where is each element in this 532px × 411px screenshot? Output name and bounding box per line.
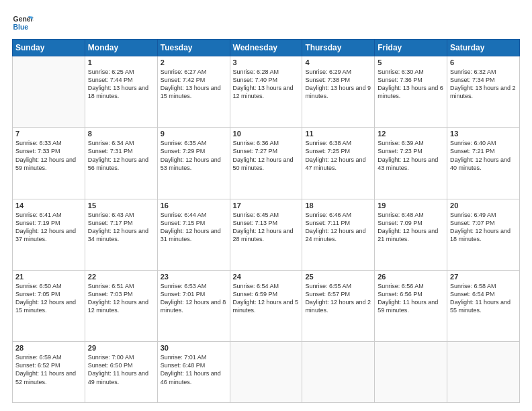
day-number: 24: [233, 273, 300, 281]
calendar-cell: 29Sunrise: 7:00 AMSunset: 6:50 PMDayligh…: [85, 342, 157, 403]
weekday-header-monday: Monday: [85, 40, 157, 56]
calendar-cell: [302, 342, 375, 403]
calendar-cell: [230, 342, 302, 403]
header: General Blue: [12, 12, 520, 34]
logo: General Blue: [12, 12, 34, 34]
day-info: Sunrise: 7:01 AMSunset: 6:48 PMDaylight:…: [161, 353, 227, 386]
day-number: 27: [450, 273, 517, 281]
day-number: 23: [161, 273, 227, 281]
calendar-cell: 3Sunrise: 6:28 AMSunset: 7:40 PMDaylight…: [230, 56, 302, 128]
calendar-cell: [375, 342, 447, 403]
day-info: Sunrise: 6:49 AMSunset: 7:07 PMDaylight:…: [450, 211, 517, 244]
day-number: 9: [161, 130, 227, 138]
calendar-cell: 8Sunrise: 6:34 AMSunset: 7:31 PMDaylight…: [85, 128, 157, 199]
day-info: Sunrise: 6:39 AMSunset: 7:23 PMDaylight:…: [378, 139, 444, 172]
calendar-cell: 12Sunrise: 6:39 AMSunset: 7:23 PMDayligh…: [375, 128, 447, 199]
day-info: Sunrise: 7:00 AMSunset: 6:50 PMDaylight:…: [88, 353, 154, 386]
day-info: Sunrise: 6:34 AMSunset: 7:31 PMDaylight:…: [88, 139, 154, 172]
calendar-cell: 27Sunrise: 6:58 AMSunset: 6:54 PMDayligh…: [447, 270, 520, 341]
calendar-week-1: 1Sunrise: 6:25 AMSunset: 7:44 PMDaylight…: [13, 56, 520, 128]
day-number: 22: [88, 273, 154, 281]
day-info: Sunrise: 6:50 AMSunset: 7:05 PMDaylight:…: [15, 282, 82, 315]
calendar-cell: 19Sunrise: 6:48 AMSunset: 7:09 PMDayligh…: [375, 199, 447, 270]
day-info: Sunrise: 6:30 AMSunset: 7:36 PMDaylight:…: [378, 68, 444, 101]
weekday-header-sunday: Sunday: [13, 40, 85, 56]
calendar-cell: 21Sunrise: 6:50 AMSunset: 7:05 PMDayligh…: [13, 270, 85, 341]
calendar-cell: 14Sunrise: 6:41 AMSunset: 7:19 PMDayligh…: [13, 199, 85, 270]
calendar-week-5: 28Sunrise: 6:59 AMSunset: 6:52 PMDayligh…: [13, 342, 520, 403]
day-number: 14: [15, 201, 82, 210]
calendar-cell: 11Sunrise: 6:38 AMSunset: 7:25 PMDayligh…: [302, 128, 375, 199]
page: General Blue SundayMondayTuesdayWednesda…: [0, 0, 532, 411]
calendar-cell: 7Sunrise: 6:33 AMSunset: 7:33 PMDaylight…: [13, 128, 85, 199]
day-number: 17: [233, 201, 300, 210]
day-info: Sunrise: 6:33 AMSunset: 7:33 PMDaylight:…: [15, 139, 82, 172]
day-number: 4: [305, 58, 371, 66]
calendar-cell: 10Sunrise: 6:36 AMSunset: 7:27 PMDayligh…: [230, 128, 302, 199]
day-info: Sunrise: 6:27 AMSunset: 7:42 PMDaylight:…: [161, 68, 227, 101]
day-number: 13: [450, 130, 517, 138]
day-number: 26: [378, 273, 444, 281]
day-number: 20: [450, 201, 517, 210]
calendar-cell: [13, 56, 85, 128]
calendar-cell: 5Sunrise: 6:30 AMSunset: 7:36 PMDaylight…: [375, 56, 447, 128]
day-number: 15: [88, 201, 154, 210]
svg-text:Blue: Blue: [13, 24, 29, 31]
calendar-cell: 28Sunrise: 6:59 AMSunset: 6:52 PMDayligh…: [13, 342, 85, 403]
weekday-header-wednesday: Wednesday: [230, 40, 302, 56]
calendar-cell: 30Sunrise: 7:01 AMSunset: 6:48 PMDayligh…: [157, 342, 230, 403]
day-info: Sunrise: 6:38 AMSunset: 7:25 PMDaylight:…: [305, 139, 371, 172]
calendar-table: SundayMondayTuesdayWednesdayThursdayFrid…: [12, 39, 520, 403]
day-info: Sunrise: 6:44 AMSunset: 7:15 PMDaylight:…: [161, 211, 227, 244]
weekday-header-row: SundayMondayTuesdayWednesdayThursdayFrid…: [13, 40, 520, 56]
calendar-cell: 2Sunrise: 6:27 AMSunset: 7:42 PMDaylight…: [157, 56, 230, 128]
calendar-cell: 23Sunrise: 6:53 AMSunset: 7:01 PMDayligh…: [157, 270, 230, 341]
weekday-header-thursday: Thursday: [302, 40, 375, 56]
day-number: 5: [378, 58, 444, 66]
day-number: 3: [233, 58, 300, 66]
day-info: Sunrise: 6:59 AMSunset: 6:52 PMDaylight:…: [15, 353, 82, 386]
day-info: Sunrise: 6:48 AMSunset: 7:09 PMDaylight:…: [378, 211, 444, 244]
day-info: Sunrise: 6:53 AMSunset: 7:01 PMDaylight:…: [161, 282, 227, 315]
day-info: Sunrise: 6:55 AMSunset: 6:57 PMDaylight:…: [305, 282, 371, 315]
day-number: 28: [15, 344, 82, 352]
day-number: 16: [161, 201, 227, 210]
calendar-cell: 13Sunrise: 6:40 AMSunset: 7:21 PMDayligh…: [447, 128, 520, 199]
day-number: 1: [88, 58, 154, 66]
calendar-week-4: 21Sunrise: 6:50 AMSunset: 7:05 PMDayligh…: [13, 270, 520, 341]
day-info: Sunrise: 6:54 AMSunset: 6:59 PMDaylight:…: [233, 282, 300, 315]
weekday-header-tuesday: Tuesday: [157, 40, 230, 56]
calendar-cell: 15Sunrise: 6:43 AMSunset: 7:17 PMDayligh…: [85, 199, 157, 270]
day-number: 11: [305, 130, 371, 138]
calendar-cell: 22Sunrise: 6:51 AMSunset: 7:03 PMDayligh…: [85, 270, 157, 341]
calendar-cell: 24Sunrise: 6:54 AMSunset: 6:59 PMDayligh…: [230, 270, 302, 341]
day-info: Sunrise: 6:51 AMSunset: 7:03 PMDaylight:…: [88, 282, 154, 315]
weekday-header-saturday: Saturday: [447, 40, 520, 56]
logo-icon: General Blue: [12, 12, 34, 34]
calendar-cell: 6Sunrise: 6:32 AMSunset: 7:34 PMDaylight…: [447, 56, 520, 128]
day-info: Sunrise: 6:40 AMSunset: 7:21 PMDaylight:…: [450, 139, 517, 172]
day-number: 12: [378, 130, 444, 138]
calendar-cell: 18Sunrise: 6:46 AMSunset: 7:11 PMDayligh…: [302, 199, 375, 270]
day-info: Sunrise: 6:29 AMSunset: 7:38 PMDaylight:…: [305, 68, 371, 101]
day-info: Sunrise: 6:36 AMSunset: 7:27 PMDaylight:…: [233, 139, 300, 172]
day-info: Sunrise: 6:25 AMSunset: 7:44 PMDaylight:…: [88, 68, 154, 101]
calendar-cell: 4Sunrise: 6:29 AMSunset: 7:38 PMDaylight…: [302, 56, 375, 128]
day-info: Sunrise: 6:45 AMSunset: 7:13 PMDaylight:…: [233, 211, 300, 244]
day-info: Sunrise: 6:46 AMSunset: 7:11 PMDaylight:…: [305, 211, 371, 244]
weekday-header-friday: Friday: [375, 40, 447, 56]
day-number: 25: [305, 273, 371, 281]
calendar-week-3: 14Sunrise: 6:41 AMSunset: 7:19 PMDayligh…: [13, 199, 520, 270]
day-info: Sunrise: 6:58 AMSunset: 6:54 PMDaylight:…: [450, 282, 517, 315]
day-number: 21: [15, 273, 82, 281]
calendar-cell: [447, 342, 520, 403]
calendar-week-2: 7Sunrise: 6:33 AMSunset: 7:33 PMDaylight…: [13, 128, 520, 199]
day-number: 29: [88, 344, 154, 352]
calendar-cell: 25Sunrise: 6:55 AMSunset: 6:57 PMDayligh…: [302, 270, 375, 341]
day-info: Sunrise: 6:35 AMSunset: 7:29 PMDaylight:…: [161, 139, 227, 172]
day-info: Sunrise: 6:28 AMSunset: 7:40 PMDaylight:…: [233, 68, 300, 101]
day-number: 6: [450, 58, 517, 66]
calendar-cell: 26Sunrise: 6:56 AMSunset: 6:56 PMDayligh…: [375, 270, 447, 341]
day-number: 8: [88, 130, 154, 138]
day-info: Sunrise: 6:43 AMSunset: 7:17 PMDaylight:…: [88, 211, 154, 244]
